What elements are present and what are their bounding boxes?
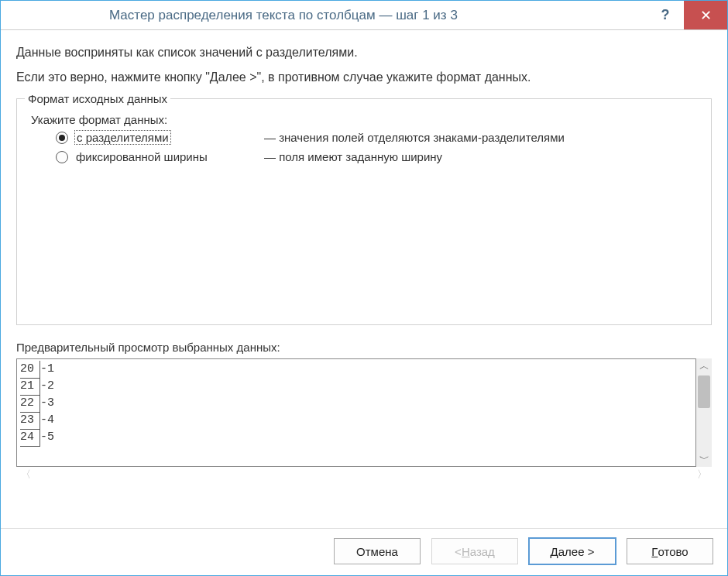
- back-accel: Н: [462, 545, 470, 558]
- preview-row-text: -2: [40, 378, 54, 395]
- next-accel: Д: [551, 545, 558, 558]
- preview-row-text: -3: [40, 395, 54, 412]
- dialog-footer: Отмена < Назад Далее > Готово: [1, 528, 727, 575]
- description-line1: Данные восприняты как список значений с …: [16, 46, 712, 60]
- titlebar-buttons: ? ✕: [647, 1, 727, 29]
- close-button[interactable]: ✕: [684, 1, 727, 29]
- vertical-scrollbar[interactable]: ︿ ﹀: [696, 358, 712, 467]
- radio-delimited-label: с разделителями: [74, 130, 171, 145]
- group-legend: Формат исходных данных: [25, 92, 170, 105]
- description-line2: Если это верно, нажмите кнопку "Далее >"…: [16, 70, 712, 84]
- close-icon: ✕: [700, 7, 712, 24]
- scroll-down-icon[interactable]: ﹀: [696, 451, 712, 467]
- preview-row-number: 21: [20, 378, 40, 396]
- preview-row-text: -4: [40, 412, 54, 429]
- preview-area: 20-121-222-323-424-5 ︿ ﹀: [16, 358, 712, 467]
- radio-delimited[interactable]: с разделителями — значения полей отделяю…: [56, 131, 703, 144]
- help-icon: ?: [661, 7, 670, 23]
- help-button[interactable]: ?: [647, 1, 684, 29]
- radio-dot-icon: [59, 135, 65, 141]
- preview-row-number: 22: [20, 395, 40, 413]
- source-format-group: Формат исходных данных Укажите формат да…: [16, 92, 712, 325]
- scroll-right-icon[interactable]: 〉: [697, 468, 707, 482]
- finish-accel: Г: [651, 545, 658, 558]
- dialog-body: Данные восприняты как список значений с …: [1, 30, 727, 528]
- finish-button[interactable]: Готово: [627, 538, 713, 564]
- titlebar-title: Мастер распределения текста по столбцам …: [109, 8, 458, 23]
- horizontal-scrollbar[interactable]: 〈 〉: [16, 467, 712, 482]
- preview-row-text: -1: [40, 361, 54, 378]
- radio-icon: [56, 132, 68, 144]
- cancel-button[interactable]: Отмена: [334, 538, 421, 564]
- preview-row-number: 20: [20, 361, 40, 379]
- preview-row: 20-1: [20, 361, 695, 378]
- preview-label: Предварительный просмотр выбранных данны…: [16, 341, 712, 354]
- preview-row: 24-5: [20, 429, 695, 446]
- back-button: < Назад: [431, 538, 518, 564]
- scroll-left-icon[interactable]: 〈: [21, 468, 31, 482]
- preview-row: 22-3: [20, 395, 695, 412]
- radio-fixed-explain: — поля имеют заданную ширину: [264, 150, 442, 163]
- radio-fixed[interactable]: фиксированной ширины — поля имеют заданн…: [56, 150, 703, 163]
- group-subhead: Укажите формат данных:: [31, 113, 703, 126]
- preview-row-number: 24: [20, 429, 40, 447]
- radio-delimited-explain: — значения полей отделяются знаками-разд…: [264, 131, 565, 144]
- radio-icon: [56, 151, 68, 163]
- scroll-up-icon[interactable]: ︿: [696, 358, 712, 374]
- preview-row: 21-2: [20, 378, 695, 395]
- preview-row: 23-4: [20, 412, 695, 429]
- preview-row-text: -5: [40, 429, 54, 446]
- preview-row-number: 23: [20, 412, 40, 430]
- wizard-dialog: Мастер распределения текста по столбцам …: [0, 0, 728, 576]
- preview-box[interactable]: 20-121-222-323-424-5: [16, 358, 696, 467]
- titlebar: Мастер распределения текста по столбцам …: [1, 1, 727, 30]
- scroll-thumb[interactable]: [698, 375, 710, 408]
- radio-fixed-label: фиксированной ширины: [74, 150, 209, 163]
- next-button[interactable]: Далее >: [529, 538, 616, 564]
